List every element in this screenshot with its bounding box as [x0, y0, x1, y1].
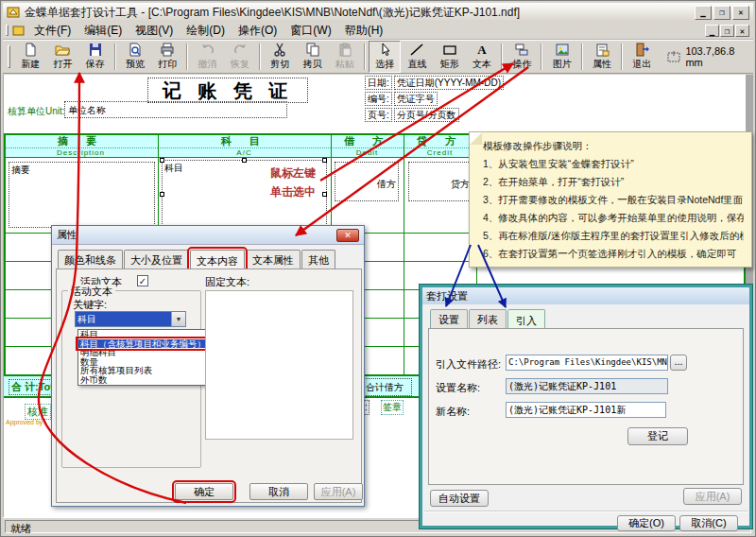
list-item-selected[interactable]: 科目（含核算项目和业务编号）	[78, 339, 215, 349]
open-button[interactable]: 打开	[46, 41, 78, 73]
note-step: 1、从安装包里安装“金蝶套打设计”	[483, 155, 744, 173]
properties-dialog-titlebar[interactable]: 属性 ✕	[52, 226, 364, 245]
list-item[interactable]: 科目	[78, 330, 215, 339]
cancel-button[interactable]: 取消(C)	[679, 515, 738, 531]
total-debit-cell[interactable]: 合计借方	[357, 378, 412, 396]
register-button[interactable]: 登记	[627, 427, 688, 445]
selection-handle[interactable]	[160, 158, 164, 163]
minimize-icon[interactable]: ▁	[695, 6, 712, 20]
close-icon[interactable]: ✕	[732, 6, 749, 20]
properties-dialog: 属性 ✕ 颜色和线条 大小及位置 文本内容 文本属性 其他 活动文本 ✓ 固定文…	[51, 225, 365, 507]
preview-button[interactable]: 预览	[119, 41, 151, 73]
new-button[interactable]: 新建	[14, 41, 46, 73]
restore-icon[interactable]: ❐	[713, 6, 730, 20]
tab-other[interactable]: 其他	[301, 250, 335, 269]
mdi-restore-icon[interactable]: ❐	[720, 25, 734, 37]
info-row-date[interactable]: 日期: 凭证日期(YYYY-MM-DD)	[365, 76, 504, 90]
list-item[interactable]: 外币数	[78, 375, 215, 385]
note-step: 4、修改具体的内容，可以参考开始菜单里的使用说明，保存	[483, 209, 744, 227]
picture-button[interactable]: 图片	[545, 41, 577, 73]
keyword-value: 科目	[76, 312, 171, 326]
selection-handle[interactable]	[322, 192, 327, 197]
tab-colors-lines[interactable]: 颜色和线条	[58, 250, 123, 269]
active-text-checkbox[interactable]: ✓	[137, 275, 148, 286]
mdi-minimize-icon[interactable]: ▁	[705, 25, 719, 37]
cancel-button[interactable]: 取消	[249, 483, 308, 500]
auditor-sign-label[interactable]: 签章	[381, 400, 404, 415]
menu-view[interactable]: 视图(V)	[129, 21, 180, 41]
copy-button[interactable]: 拷贝	[296, 41, 328, 73]
template-dialog-title: 套打设置	[426, 289, 468, 303]
app-window: 金蝶单据套打设计工具 - [C:\Program Files\Kingdee\K…	[0, 0, 756, 537]
text-tool-button[interactable]: A 文本	[466, 41, 498, 73]
ok-button[interactable]: 确定(O)	[617, 515, 676, 531]
new-name-label: 新名称:	[436, 405, 470, 419]
column-header-account: 科 目 A/C	[158, 133, 331, 158]
save-floppy-icon	[88, 43, 103, 57]
hint-text-line2: 单击选中	[238, 184, 316, 200]
template-dialog-titlebar[interactable]: 套打设置	[422, 287, 749, 304]
new-name-field[interactable]: (激光)记账凭证KP-J101新	[506, 402, 666, 418]
select-tool-button[interactable]: 选择	[369, 41, 401, 73]
fixed-text-area[interactable]	[205, 290, 353, 440]
cut-button[interactable]: 剪切	[264, 41, 296, 73]
menu-edit[interactable]: 编辑(E)	[77, 21, 129, 41]
dialog-close-icon[interactable]: ✕	[336, 229, 359, 242]
info-row-number[interactable]: 编号: 凭证字号	[365, 92, 438, 106]
browse-button[interactable]: ...	[670, 355, 687, 371]
list-item[interactable]: 所有核算项目列表	[78, 366, 215, 375]
credit-cell[interactable]: 贷方	[408, 162, 472, 201]
menu-window[interactable]: 窗口(W)	[284, 21, 337, 41]
rectangle-icon	[442, 43, 457, 57]
property-button[interactable]: 属性	[586, 41, 618, 73]
mdi-close-icon[interactable]: ✕	[735, 25, 749, 37]
ok-button[interactable]: 确定	[175, 483, 233, 500]
selection-handle[interactable]	[242, 158, 247, 163]
line-tool-button[interactable]: 直线	[401, 41, 433, 73]
setting-name-field[interactable]: (激光)记账凭证KP-J101	[506, 378, 668, 394]
tab-text-attributes[interactable]: 文本属性	[246, 250, 301, 269]
summary-cell[interactable]: 摘要	[9, 162, 155, 228]
selection-handle[interactable]	[322, 158, 327, 163]
keyword-combobox[interactable]: 科目 ▼	[75, 311, 186, 327]
exit-button[interactable]: 退出	[626, 41, 658, 73]
action-button[interactable]: 操作	[506, 41, 538, 73]
template-tabs: 设置 列表 引入	[430, 308, 546, 329]
selection-handle[interactable]	[160, 192, 164, 197]
apply-button: 应用(A)	[314, 483, 363, 500]
undo-button: 撤消	[191, 41, 223, 73]
approve-label[interactable]: 核准	[25, 404, 51, 420]
open-folder-icon	[55, 43, 70, 57]
coordinate-value: 103.7,86.8 mm	[685, 45, 753, 68]
tab-size-position[interactable]: 大小及位置	[124, 250, 189, 269]
toolbar-separator	[541, 43, 542, 70]
tab-list[interactable]: 列表	[469, 309, 507, 329]
list-item[interactable]: 数量	[78, 357, 215, 367]
save-button[interactable]: 保存	[79, 41, 112, 73]
menu-draw[interactable]: 绘制(D)	[180, 21, 232, 41]
tab-text-content[interactable]: 文本内容	[190, 250, 245, 270]
unit-name-cell[interactable]: 单位名称	[64, 101, 287, 118]
rect-tool-button[interactable]: 矩形	[434, 41, 466, 73]
import-path-field[interactable]: C:\Program Files\Kingdee\KIS\MNB\NoteNd	[506, 355, 668, 371]
action-icon	[514, 43, 529, 57]
tab-settings[interactable]: 设置	[430, 309, 468, 329]
menu-help[interactable]: 帮助(H)	[338, 21, 390, 41]
info-row-page[interactable]: 页号: 分页号/分页数	[365, 108, 459, 122]
menu-file[interactable]: 文件(F)	[27, 21, 77, 41]
voucher-title[interactable]: 记 账 凭 证	[147, 78, 308, 103]
menu-operate[interactable]: 操作(O)	[232, 21, 284, 41]
note-step: 2、在开始菜单，打开“套打设计”	[483, 173, 744, 191]
unit-label: 核算单位Unit:	[8, 105, 65, 118]
auto-setting-button[interactable]: 自动设置	[430, 490, 489, 507]
list-item[interactable]: 明细科目	[78, 348, 215, 357]
copy-icon	[305, 43, 320, 57]
tab-import[interactable]: 引入	[507, 309, 545, 330]
toolbar: 新建 打开 保存 预览 打印 撤消 恢复 剪切	[3, 40, 753, 74]
note-title: 模板修改操作步骤说明：	[483, 137, 744, 155]
chevron-down-icon[interactable]: ▼	[171, 312, 185, 326]
line-icon	[409, 43, 424, 57]
print-button[interactable]: 打印	[151, 41, 183, 73]
debit-cell[interactable]: 借方	[335, 162, 399, 201]
properties-tabs: 颜色和线条 大小及位置 文本内容 文本属性 其他	[58, 249, 336, 269]
